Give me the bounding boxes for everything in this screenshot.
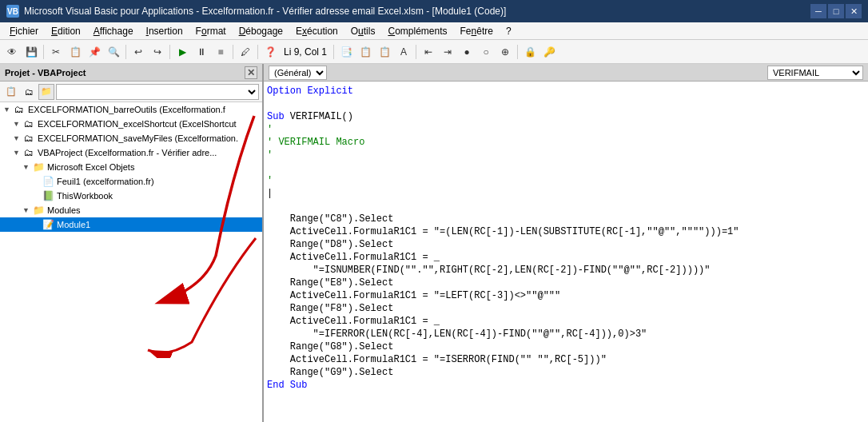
code-sub: Sub bbox=[267, 110, 290, 123]
toolbar: 👁 💾 ✂ 📋 📌 🔍 ↩ ↪ ▶ ⏸ ■ 🖊 ❓ Li 9, Col 1 📑 … bbox=[0, 40, 868, 64]
tree-label-8: Modules bbox=[47, 205, 81, 215]
tree-item-savemyfiles[interactable]: ▼ 🗂 EXCELFORMATION_saveMyFiles (Excelfor… bbox=[0, 131, 262, 145]
tree-label-4: VBAProject (Excelformation.fr - Vérifier… bbox=[38, 148, 217, 157]
menu-fenetre[interactable]: Fenêtre bbox=[454, 24, 500, 38]
sheet-icon-1: 📄 bbox=[42, 176, 54, 187]
tree-item-thisworkbook[interactable]: 📗 ThisWorkbook bbox=[0, 189, 262, 203]
code-line-11: Range("C8").Select bbox=[267, 213, 865, 225]
code-range-e8: Range("E8").Select bbox=[267, 277, 393, 289]
code-line-1: Option Explicit bbox=[267, 85, 865, 98]
toolbar-btn-redo[interactable]: ↪ bbox=[149, 43, 166, 61]
tree-view[interactable]: ▼ 🗂 EXCELFORMATION_barreOutils (Excelfor… bbox=[0, 102, 262, 422]
general-dropdown[interactable]: (Général) bbox=[269, 66, 327, 80]
menu-outils[interactable]: Outils bbox=[344, 24, 382, 38]
procedure-dropdown[interactable]: VERIFMAIL bbox=[767, 66, 863, 80]
toolbar-btn-save[interactable]: 💾 bbox=[22, 43, 40, 61]
toolbar-sep-3 bbox=[169, 45, 170, 59]
toolbar-btn-1[interactable]: 👁 bbox=[3, 43, 21, 61]
toolbar-btn-undo[interactable]: ↩ bbox=[129, 43, 147, 61]
tree-item-excel-objects[interactable]: ▼ 📁 Microsoft Excel Objets bbox=[0, 160, 262, 174]
right-panel: (Général) VERIFMAIL Option Explicit Sub … bbox=[264, 64, 868, 422]
menu-debogage[interactable]: Débogage bbox=[233, 24, 289, 38]
panel-toolbar-select[interactable] bbox=[56, 84, 259, 100]
code-line-21: Range("G8").Select bbox=[267, 340, 865, 353]
tree-item-feuil1[interactable]: 📄 Feuil1 (excelformation.fr) bbox=[0, 174, 262, 189]
expand-icon-4: ▼ bbox=[13, 149, 22, 157]
toolbar-btn-pause[interactable]: ⏸ bbox=[193, 43, 210, 61]
toolbar-btn-paste[interactable]: 📌 bbox=[86, 43, 103, 61]
code-line-23: Range("G9").Select bbox=[267, 366, 865, 379]
toolbar-btn-stop[interactable]: ■ bbox=[212, 43, 229, 61]
close-button[interactable]: ✕ bbox=[846, 4, 862, 18]
menu-help[interactable]: ? bbox=[500, 24, 518, 38]
toolbar-btn-run[interactable]: ▶ bbox=[173, 43, 191, 61]
menu-execution[interactable]: Exécution bbox=[289, 24, 344, 38]
code-comment-4: ' bbox=[267, 174, 273, 187]
toolbar-sep-6 bbox=[333, 45, 334, 59]
restore-button[interactable]: □ bbox=[828, 4, 844, 18]
toolbar-btn-b1[interactable]: 📑 bbox=[337, 43, 355, 61]
minimize-button[interactable]: ─ bbox=[810, 4, 826, 18]
toolbar-btn-b3[interactable]: 📋 bbox=[376, 43, 393, 61]
toolbar-btn-bp3[interactable]: ⊕ bbox=[496, 43, 514, 61]
tree-item-modules[interactable]: ▼ 📁 Modules bbox=[0, 203, 262, 217]
code-formula-d8-1: ActiveCell.FormulaR1C1 = _ bbox=[267, 251, 440, 264]
panel-toolbar-btn-1[interactable]: 📋 bbox=[3, 84, 19, 100]
panel-title-text: Projet - VBAProject bbox=[5, 68, 86, 78]
code-cursor: | bbox=[267, 187, 273, 200]
code-line-8: ' bbox=[267, 174, 865, 187]
toolbar-btn-bp2[interactable]: ○ bbox=[477, 43, 495, 61]
toolbar-btn-more1[interactable]: 🔒 bbox=[521, 43, 539, 61]
code-line-10 bbox=[267, 200, 865, 213]
code-subname: VERIFMAIL() bbox=[290, 110, 353, 123]
panel-title: Projet - VBAProject ✕ bbox=[0, 64, 262, 82]
menu-complements[interactable]: Compléments bbox=[381, 24, 453, 38]
expand-icon-6: ▼ bbox=[22, 206, 32, 214]
folder-icon-2: 📁 bbox=[32, 205, 45, 216]
menu-edition[interactable]: Edition bbox=[45, 24, 87, 38]
code-line-15: "=ISNUMBER(FIND(""."",RIGHT(RC[-2],LEN(R… bbox=[267, 264, 865, 277]
panel-toolbar-btn-3[interactable]: 📁 bbox=[38, 84, 54, 100]
code-formula-d8-2: "=ISNUMBER(FIND(""."",RIGHT(RC[-2],LEN(R… bbox=[267, 264, 711, 277]
toolbar-btn-cut[interactable]: ✂ bbox=[47, 43, 65, 61]
code-range-c8: Range("C8").Select bbox=[267, 213, 393, 225]
app-icon: VB bbox=[6, 5, 19, 18]
tree-item-module1[interactable]: 📝 Module1 bbox=[0, 217, 262, 232]
toolbar-sep-7 bbox=[416, 45, 416, 59]
toolbar-btn-indent1[interactable]: ⇤ bbox=[420, 43, 437, 61]
menu-fichier[interactable]: Fichier bbox=[3, 24, 45, 38]
code-formula-f8-1: ActiveCell.FormulaR1C1 = _ bbox=[267, 315, 440, 328]
code-line-2 bbox=[267, 98, 865, 110]
code-line-13: Range("D8").Select bbox=[267, 238, 865, 251]
project-icon-1: 🗂 bbox=[13, 104, 26, 115]
menu-format[interactable]: Format bbox=[189, 24, 233, 38]
toolbar-btn-bp1[interactable]: ● bbox=[458, 43, 476, 61]
tree-item-excelshortcut[interactable]: ▼ 🗂 EXCELFORMATION_excelShortcut (ExcelS… bbox=[0, 117, 262, 131]
toolbar-btn-more2[interactable]: 🔑 bbox=[540, 43, 558, 61]
code-editor[interactable]: Option Explicit Sub VERIFMAIL() ' ' VERI… bbox=[264, 82, 868, 422]
toolbar-btn-design[interactable]: 🖊 bbox=[237, 43, 254, 61]
panel-close-button[interactable]: ✕ bbox=[245, 66, 257, 79]
toolbar-btn-indent2[interactable]: ⇥ bbox=[439, 43, 456, 61]
toolbar-btn-b2[interactable]: 📋 bbox=[356, 43, 374, 61]
tree-item-vbaproject[interactable]: ▼ 🗂 VBAProject (Excelformation.fr - Véri… bbox=[0, 145, 262, 160]
tree-item-excelformation-barreoutils[interactable]: ▼ 🗂 EXCELFORMATION_barreOutils (Excelfor… bbox=[0, 102, 262, 117]
code-line-9: | bbox=[267, 187, 865, 200]
toolbar-btn-find[interactable]: 🔍 bbox=[105, 43, 122, 61]
menu-affichage[interactable]: Affichage bbox=[87, 24, 140, 38]
code-header: (Général) VERIFMAIL bbox=[264, 64, 868, 82]
code-endsub: End Sub bbox=[267, 379, 307, 392]
tree-label-7: ThisWorkbook bbox=[57, 191, 113, 201]
expand-icon-5: ▼ bbox=[22, 163, 32, 171]
expand-icon-3: ▼ bbox=[13, 134, 22, 142]
expand-icon-1: ▼ bbox=[3, 106, 13, 113]
toolbar-btn-help[interactable]: ❓ bbox=[261, 43, 279, 61]
menu-insertion[interactable]: Insertion bbox=[140, 24, 189, 38]
main-layout: Projet - VBAProject ✕ 📋 🗂 📁 ▼ 🗂 EXCELFOR… bbox=[0, 64, 868, 422]
tree-label-9: Module1 bbox=[57, 220, 90, 229]
toolbar-btn-copy[interactable]: 📋 bbox=[66, 43, 84, 61]
tree-label-5: Microsoft Excel Objets bbox=[47, 162, 134, 172]
toolbar-btn-b4[interactable]: A bbox=[395, 43, 412, 61]
panel-toolbar-btn-2[interactable]: 🗂 bbox=[21, 84, 37, 100]
project-icon-3: 🗂 bbox=[22, 133, 35, 144]
